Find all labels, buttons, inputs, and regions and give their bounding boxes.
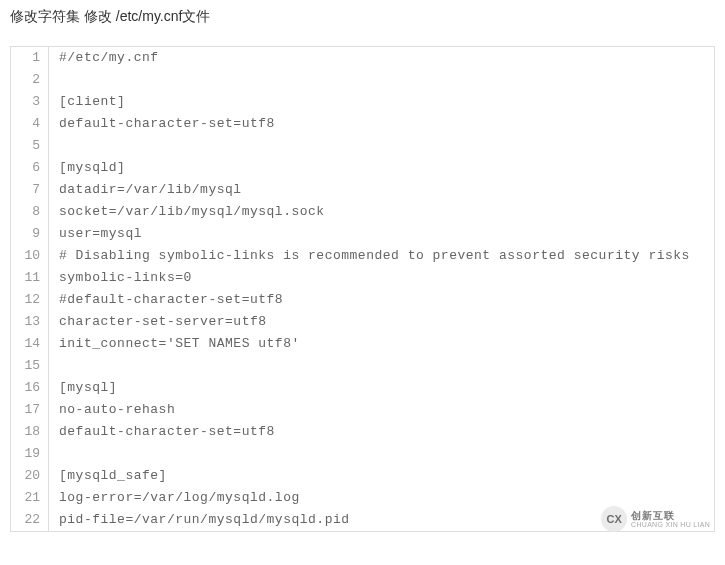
line-number: 8 bbox=[11, 201, 49, 223]
code-row: 12#default-character-set=utf8 bbox=[11, 289, 714, 311]
watermark: CX 创新互联 CHUANG XIN HU LIAN bbox=[601, 506, 710, 532]
watermark-name-en: CHUANG XIN HU LIAN bbox=[631, 521, 710, 529]
code-row: 10# Disabling symbolic-links is recommen… bbox=[11, 245, 714, 267]
line-number: 10 bbox=[11, 245, 49, 267]
line-content bbox=[49, 69, 59, 91]
line-content: #default-character-set=utf8 bbox=[49, 289, 283, 311]
line-content: character-set-server=utf8 bbox=[49, 311, 267, 333]
line-content: default-character-set=utf8 bbox=[49, 113, 275, 135]
line-number: 21 bbox=[11, 487, 49, 509]
code-row: 18default-character-set=utf8 bbox=[11, 421, 714, 443]
line-number: 7 bbox=[11, 179, 49, 201]
code-row: 15 bbox=[11, 355, 714, 377]
line-number: 6 bbox=[11, 157, 49, 179]
code-row: 6[mysqld] bbox=[11, 157, 714, 179]
line-number: 12 bbox=[11, 289, 49, 311]
line-content: # Disabling symbolic-links is recommende… bbox=[49, 245, 690, 267]
line-number: 9 bbox=[11, 223, 49, 245]
code-row: 1#/etc/my.cnf bbox=[11, 47, 714, 69]
line-content: datadir=/var/lib/mysql bbox=[49, 179, 242, 201]
line-number: 16 bbox=[11, 377, 49, 399]
line-content: log-error=/var/log/mysqld.log bbox=[49, 487, 300, 509]
code-row: 14init_connect='SET NAMES utf8' bbox=[11, 333, 714, 355]
watermark-logo-icon: CX bbox=[601, 506, 627, 532]
code-row: 5 bbox=[11, 135, 714, 157]
line-number: 17 bbox=[11, 399, 49, 421]
line-content: [mysqld] bbox=[49, 157, 125, 179]
code-row: 9user=mysql bbox=[11, 223, 714, 245]
line-number: 2 bbox=[11, 69, 49, 91]
line-content: [mysqld_safe] bbox=[49, 465, 167, 487]
line-content bbox=[49, 355, 59, 377]
line-content: [client] bbox=[49, 91, 125, 113]
line-number: 19 bbox=[11, 443, 49, 465]
line-number: 13 bbox=[11, 311, 49, 333]
line-content: symbolic-links=0 bbox=[49, 267, 192, 289]
page-heading: 修改字符集 修改 /etc/my.cnf文件 bbox=[10, 8, 715, 26]
line-number: 5 bbox=[11, 135, 49, 157]
line-number: 11 bbox=[11, 267, 49, 289]
line-content: init_connect='SET NAMES utf8' bbox=[49, 333, 300, 355]
code-row: 11symbolic-links=0 bbox=[11, 267, 714, 289]
line-content: [mysql] bbox=[49, 377, 117, 399]
line-content bbox=[49, 135, 59, 157]
line-number: 20 bbox=[11, 465, 49, 487]
code-row: 13character-set-server=utf8 bbox=[11, 311, 714, 333]
code-row: 16[mysql] bbox=[11, 377, 714, 399]
line-content: pid-file=/var/run/mysqld/mysqld.pid bbox=[49, 509, 350, 531]
code-row: 7datadir=/var/lib/mysql bbox=[11, 179, 714, 201]
line-content bbox=[49, 443, 59, 465]
line-content: no-auto-rehash bbox=[49, 399, 175, 421]
line-number: 22 bbox=[11, 509, 49, 531]
line-content: socket=/var/lib/mysql/mysql.sock bbox=[49, 201, 325, 223]
line-number: 18 bbox=[11, 421, 49, 443]
code-row: 8socket=/var/lib/mysql/mysql.sock bbox=[11, 201, 714, 223]
code-row: 17no-auto-rehash bbox=[11, 399, 714, 421]
code-block: 1#/etc/my.cnf23[client]4default-characte… bbox=[10, 46, 715, 532]
code-row: 19 bbox=[11, 443, 714, 465]
watermark-text: 创新互联 CHUANG XIN HU LIAN bbox=[631, 510, 710, 529]
line-number: 3 bbox=[11, 91, 49, 113]
code-row: 2 bbox=[11, 69, 714, 91]
code-row: 20[mysqld_safe] bbox=[11, 465, 714, 487]
line-content: #/etc/my.cnf bbox=[49, 47, 159, 69]
code-row: 4default-character-set=utf8 bbox=[11, 113, 714, 135]
watermark-name-cn: 创新互联 bbox=[631, 510, 710, 521]
line-number: 15 bbox=[11, 355, 49, 377]
line-number: 4 bbox=[11, 113, 49, 135]
line-content: default-character-set=utf8 bbox=[49, 421, 275, 443]
code-row: 3[client] bbox=[11, 91, 714, 113]
line-number: 1 bbox=[11, 47, 49, 69]
line-number: 14 bbox=[11, 333, 49, 355]
line-content: user=mysql bbox=[49, 223, 142, 245]
